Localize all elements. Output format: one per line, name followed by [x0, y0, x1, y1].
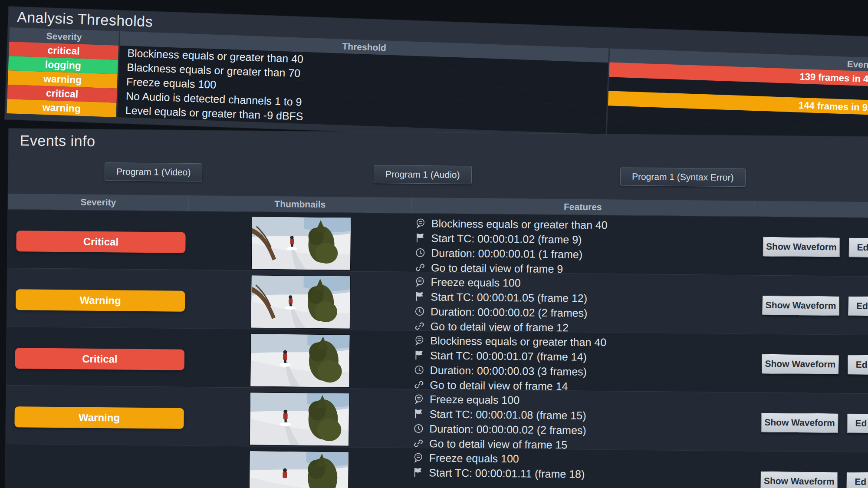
- tab-program1-audio[interactable]: Program 1 (Audio): [374, 165, 472, 184]
- show-waveform-button[interactable]: Show Waveform: [762, 296, 839, 316]
- events-table-body: Critical Blockiness equals or greater th…: [5, 209, 868, 488]
- edit-button[interactable]: Ed: [846, 472, 868, 488]
- feature-list: Blockiness equals or greater than 40 Sta…: [414, 216, 608, 277]
- feature-start-tc: Start TC: 00:00:01.07 (frame 14): [414, 348, 606, 364]
- feature-list: Blockiness equals or greater than 40 Sta…: [413, 333, 606, 394]
- edit-button[interactable]: Ed: [848, 238, 868, 258]
- feature-list: Freeze equals 100 Start TC: 00:00:01.11 …: [412, 450, 585, 481]
- flag-icon: [414, 232, 426, 244]
- event-thumbnail[interactable]: [250, 451, 349, 488]
- comment-icon: [414, 276, 426, 287]
- table-row: Freeze equals 100 Start TC: 00:00:01.11 …: [5, 444, 868, 488]
- table-row: Warning Freeze equals 100 Start TC: 00:0…: [6, 385, 868, 452]
- comment-icon: [413, 393, 424, 405]
- clock-icon: [414, 247, 426, 258]
- feature-list: Freeze equals 100 Start TC: 00:00:01.05 …: [414, 274, 588, 335]
- show-waveform-button[interactable]: Show Waveform: [760, 472, 838, 488]
- actions-header: [754, 201, 868, 218]
- clock-icon: [413, 423, 424, 434]
- event-thumbnail[interactable]: [251, 275, 350, 328]
- edit-button[interactable]: Ed: [848, 355, 868, 375]
- severity-badge: Warning: [14, 406, 184, 429]
- thumbnails-header: Thumbnails: [189, 195, 411, 213]
- analysis-thresholds-panel: Analysis Thresholds Severity Threshold E…: [5, 7, 868, 151]
- feature-duration: Duration: 00:00:00.02 (2 frames): [414, 304, 588, 320]
- feature-duration: Duration: 00:00:00.03 (3 frames): [414, 363, 606, 379]
- show-waveform-button[interactable]: Show Waveform: [762, 354, 839, 375]
- show-waveform-button[interactable]: Show Waveform: [763, 237, 840, 257]
- events-info-panel: Events info Program 1 (Video) Program 1 …: [5, 129, 868, 488]
- feature-duration: Duration: 00:00:00.01 (1 frame): [414, 245, 607, 262]
- flag-icon: [413, 408, 424, 419]
- table-row: Critical Blockiness equals or greater th…: [7, 209, 868, 277]
- edit-button[interactable]: Ed: [848, 297, 868, 317]
- show-waveform-button[interactable]: Show Waveform: [761, 413, 838, 433]
- severity-header: Severity: [8, 194, 189, 211]
- event-thumbnail[interactable]: [250, 392, 349, 445]
- events-info-title: Events info: [20, 132, 95, 150]
- flag-icon: [414, 350, 425, 361]
- clock-icon: [414, 364, 425, 376]
- flag-icon: [412, 467, 424, 478]
- feature-start-tc: Start TC: 00:00:01.02 (frame 9): [414, 231, 607, 247]
- comment-icon: [414, 335, 425, 346]
- feature-threshold: Freeze equals 100: [413, 392, 587, 408]
- severity-badge: Critical: [16, 231, 185, 253]
- feature-threshold: Freeze equals 100: [414, 274, 588, 291]
- flag-icon: [414, 291, 425, 302]
- feature-threshold: Freeze equals 100: [413, 450, 585, 467]
- comment-icon: [415, 218, 426, 229]
- comment-icon: [413, 452, 424, 463]
- tab-program1-video[interactable]: Program 1 (Video): [105, 162, 203, 181]
- clock-icon: [414, 306, 425, 317]
- analysis-thresholds-title: Analysis Thresholds: [16, 9, 153, 30]
- event-thumbnail[interactable]: [252, 217, 351, 270]
- table-row: Warning Freeze equals 100 Start TC: 00:0…: [7, 268, 868, 335]
- severity-badge: Warning: [16, 289, 185, 312]
- feature-start-tc: Start TC: 00:00:01.08 (frame 15): [413, 406, 587, 423]
- feature-list: Freeze equals 100 Start TC: 00:00:01.08 …: [413, 392, 587, 452]
- app-window: Analysis Thresholds Severity Threshold E…: [0, 0, 868, 488]
- event-thumbnail[interactable]: [250, 334, 349, 387]
- feature-duration: Duration: 00:00:00.02 (2 frames): [413, 421, 586, 438]
- table-row: Critical Blockiness equals or greater th…: [6, 326, 868, 394]
- tab-program1-syntax-error[interactable]: Program 1 (Syntax Error): [620, 168, 746, 187]
- edit-button[interactable]: Ed: [847, 414, 868, 434]
- feature-start-tc: Start TC: 00:00:01.11 (frame 18): [412, 465, 585, 481]
- severity-badge: Critical: [15, 348, 184, 370]
- feature-threshold: Blockiness equals or greater than 40: [414, 333, 606, 350]
- feature-threshold: Blockiness equals or greater than 40: [415, 216, 608, 232]
- feature-start-tc: Start TC: 00:00:01.05 (frame 12): [414, 289, 588, 306]
- thresholds-table: Severity Threshold Events critical Block…: [7, 27, 868, 145]
